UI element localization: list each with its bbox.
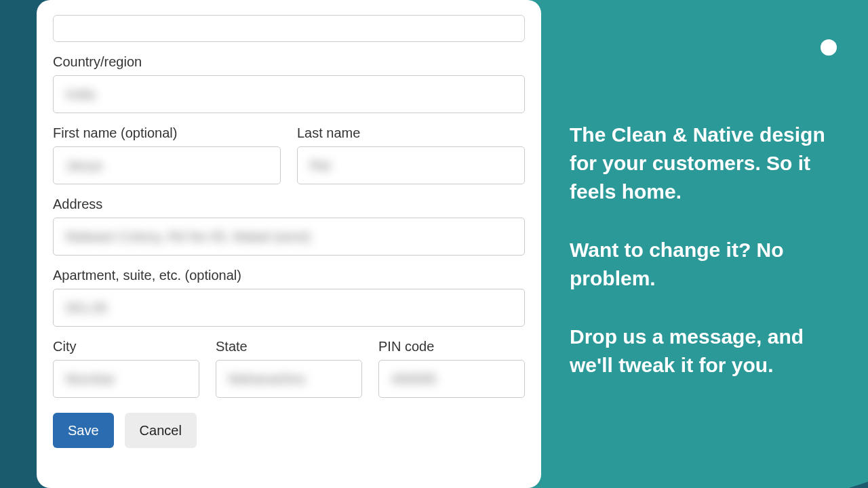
address-label: Address <box>53 197 525 212</box>
first-name-label: First name (optional) <box>53 125 281 141</box>
first-name-value: Janya <box>66 158 102 174</box>
promo-line-2: Want to change it? No problem. <box>570 236 841 293</box>
truncated-field[interactable] <box>53 15 525 42</box>
pin-label: PIN code <box>378 339 525 354</box>
promo-line-1: The Clean & Native design for your custo… <box>570 121 841 206</box>
apartment-input[interactable]: 001,05 <box>53 289 525 327</box>
apartment-value: 001,05 <box>66 300 107 316</box>
state-input[interactable]: Maharashtra <box>216 360 362 398</box>
cancel-button[interactable]: Cancel <box>125 413 197 448</box>
city-label: City <box>53 339 199 354</box>
last-name-value: Rai <box>310 158 330 174</box>
country-label: Country/region <box>53 54 525 70</box>
decorative-dot <box>821 39 837 56</box>
address-value: Malwani Colony, Rd No 05, Malad (west) <box>66 229 311 245</box>
address-input[interactable]: Malwani Colony, Rd No 05, Malad (west) <box>53 218 525 256</box>
state-value: Maharashtra <box>229 371 304 387</box>
apartment-label: Apartment, suite, etc. (optional) <box>53 268 525 283</box>
city-value: Mumbai <box>66 371 114 387</box>
state-label: State <box>216 339 362 354</box>
pin-input[interactable]: 400095 <box>378 360 525 398</box>
city-input[interactable]: Mumbai <box>53 360 199 398</box>
first-name-input[interactable]: Janya <box>53 146 281 184</box>
save-button[interactable]: Save <box>53 413 114 448</box>
last-name-label: Last name <box>297 125 525 141</box>
promo-line-3: Drop us a message, and we'll tweak it fo… <box>570 323 841 380</box>
last-name-input[interactable]: Rai <box>297 146 525 184</box>
pin-value: 400095 <box>391 371 437 387</box>
promo-text: The Clean & Native design for your custo… <box>570 121 841 380</box>
address-form-card: Country/region India First name (optiona… <box>37 0 541 488</box>
country-value: India <box>66 87 95 102</box>
country-input[interactable]: India <box>53 75 525 113</box>
